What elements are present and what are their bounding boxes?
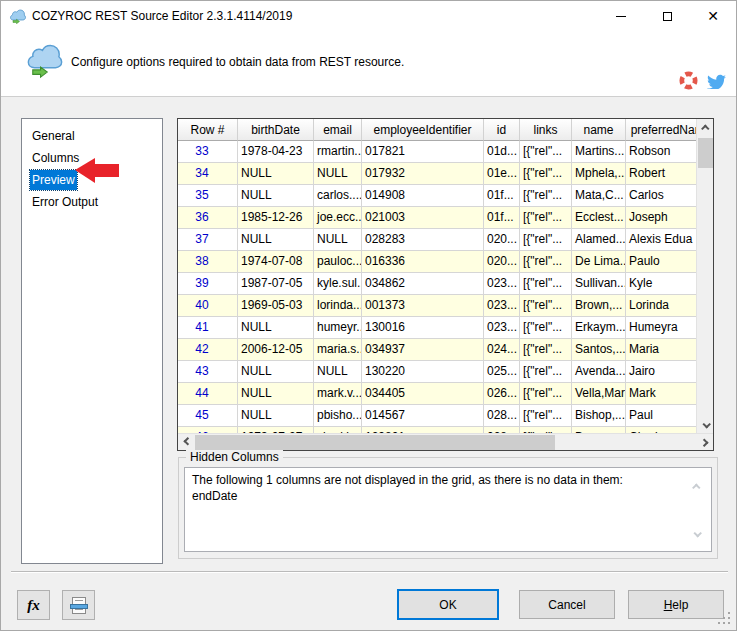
grid-cell: humeyr... [314, 317, 362, 339]
grid-cell: 026... [484, 383, 520, 405]
sidebar-item-error-output[interactable]: Error Output [30, 192, 100, 212]
grid-cell: 43 [178, 361, 238, 383]
table-row[interactable]: 381974-07-08pauloc...016336020...[{"rel"… [178, 251, 713, 273]
grid-rows: 331978-04-23rmartin...01782101d...[{"rel… [178, 141, 713, 449]
maximize-button[interactable] [644, 1, 690, 31]
grid-cell: [{"rel"... [520, 163, 572, 185]
grid-cell: 021003 [362, 207, 484, 229]
grid-cell: rmartin... [314, 141, 362, 163]
vertical-scroll-thumb[interactable] [698, 138, 713, 168]
hidden-columns-textbox[interactable]: The following 1 columns are not displaye… [184, 467, 712, 552]
table-row[interactable]: 37NULLNULL028283020...[{"rel"...Alamed..… [178, 229, 713, 251]
help-button[interactable]: Help [628, 590, 724, 619]
grid-cell: 1978-04-23 [238, 141, 314, 163]
close-button[interactable]: ✕ [690, 1, 736, 31]
cancel-button[interactable]: Cancel [519, 590, 615, 619]
grid-cell: NULL [238, 361, 314, 383]
grid-cell: NULL [314, 361, 362, 383]
grid-cell: 020... [484, 229, 520, 251]
chevron-down-icon [702, 420, 710, 428]
table-row[interactable]: 34NULLNULL01793201e...[{"rel"...Mphela,.… [178, 163, 713, 185]
window-title: COZYROC REST Source Editor 2.3.1.4114/20… [32, 9, 292, 23]
grid-cell: 37 [178, 229, 238, 251]
grid-cell: 34 [178, 163, 238, 185]
grid-cell: [{"rel"... [520, 339, 572, 361]
rest-source-editor-dialog: COZYROC REST Source Editor 2.3.1.4114/20… [0, 0, 737, 631]
grid-cell: Sullivan... [572, 273, 626, 295]
help-lifebuoy-icon[interactable] [679, 71, 698, 90]
grid-cell: Brown,... [572, 295, 626, 317]
hidden-columns-title: Hidden Columns [186, 450, 283, 464]
twitter-icon[interactable] [707, 73, 726, 89]
hidden-columns-list: endDate [192, 488, 691, 504]
scroll-up-button[interactable] [697, 119, 714, 136]
grid-cell: [{"rel"... [520, 251, 572, 273]
sidebar-item-general[interactable]: General [30, 126, 77, 146]
grid-cell: Ecclest... [572, 207, 626, 229]
grid-cell: 016336 [362, 251, 484, 273]
minimize-button[interactable] [598, 1, 644, 31]
column-header-birthdate[interactable]: birthDate [238, 119, 314, 141]
grid-cell: 034405 [362, 383, 484, 405]
resize-grip[interactable] [718, 612, 731, 625]
grid-cell: NULL [238, 317, 314, 339]
column-header-links[interactable]: links [520, 119, 572, 141]
table-row[interactable]: 44NULLmark.v...034405026...[{"rel"...Vel… [178, 383, 713, 405]
grid-cell: 014567 [362, 405, 484, 427]
fx-icon: fx [27, 597, 40, 614]
grid-cell: [{"rel"... [520, 273, 572, 295]
grid-cell: [{"rel"... [520, 361, 572, 383]
grid-cell: 01f... [484, 185, 520, 207]
table-row[interactable]: 391987-07-05kyle.sul...034862023...[{"re… [178, 273, 713, 295]
column-header-email[interactable]: email [314, 119, 362, 141]
grid-cell: 130016 [362, 317, 484, 339]
grid-cell: [{"rel"... [520, 185, 572, 207]
cloud-icon [25, 43, 65, 79]
grid-cell: lorinda.... [314, 295, 362, 317]
document-row-icon [72, 597, 86, 614]
table-row[interactable]: 45NULLpbisho...014567028...[{"rel"...Bis… [178, 405, 713, 427]
sidebar-item-preview[interactable]: Preview [30, 170, 77, 190]
table-row[interactable]: 422006-12-05maria.s...034937024...[{"rel… [178, 339, 713, 361]
grid-cell: 1974-07-08 [238, 251, 314, 273]
column-header-row-[interactable]: Row # [178, 119, 238, 141]
grid-cell: 41 [178, 317, 238, 339]
annotation-arrow [75, 158, 119, 183]
grid-cell: 44 [178, 383, 238, 405]
ok-button[interactable]: OK [397, 589, 499, 620]
table-row[interactable]: 43NULLNULL130220025...[{"rel"...Avenda..… [178, 361, 713, 383]
grid-cell: 001373 [362, 295, 484, 317]
help-label: Help [664, 598, 689, 612]
table-row[interactable]: 41NULLhumeyr...130016023...[{"rel"...Erk… [178, 317, 713, 339]
table-row[interactable]: 331978-04-23rmartin...01782101d...[{"rel… [178, 141, 713, 163]
grid-cell: carlos.... [314, 185, 362, 207]
vertical-scrollbar[interactable] [696, 119, 713, 433]
grid-cell: NULL [314, 163, 362, 185]
sidebar-item-columns[interactable]: Columns [30, 148, 81, 168]
horizontal-scroll-thumb[interactable] [195, 435, 555, 450]
scroll-right-button[interactable] [696, 434, 713, 451]
scroll-down-button[interactable] [697, 416, 714, 433]
chevron-down-icon [693, 529, 701, 537]
table-row[interactable]: 401969-05-03lorinda....001373023...[{"re… [178, 295, 713, 317]
table-row[interactable]: 361985-12-26joe.ecc...02100301f...[{"rel… [178, 207, 713, 229]
grid-cell: 36 [178, 207, 238, 229]
grid-header-row: Row #birthDateemailemployeeIdentifieridl… [178, 119, 713, 141]
table-row[interactable]: 35NULLcarlos....01490801f...[{"rel"...Ma… [178, 185, 713, 207]
chevron-up-icon [701, 124, 709, 132]
grid-cell: [{"rel"... [520, 317, 572, 339]
column-header-id[interactable]: id [484, 119, 520, 141]
grid-cell: [{"rel"... [520, 141, 572, 163]
grid-cell: [{"rel"... [520, 295, 572, 317]
grid-cell: 38 [178, 251, 238, 273]
grid-cell: [{"rel"... [520, 207, 572, 229]
horizontal-scrollbar[interactable] [178, 433, 713, 450]
grid-cell: Santos,... [572, 339, 626, 361]
expressions-fx-button[interactable]: fx [17, 590, 50, 620]
column-header-employeeidentifier[interactable]: employeeIdentifier [362, 119, 484, 141]
columns-list-button[interactable] [62, 590, 95, 620]
grid-cell: NULL [238, 163, 314, 185]
window-controls: ✕ [598, 1, 736, 31]
scroll-left-button[interactable] [178, 434, 195, 451]
column-header-name[interactable]: name [572, 119, 626, 141]
